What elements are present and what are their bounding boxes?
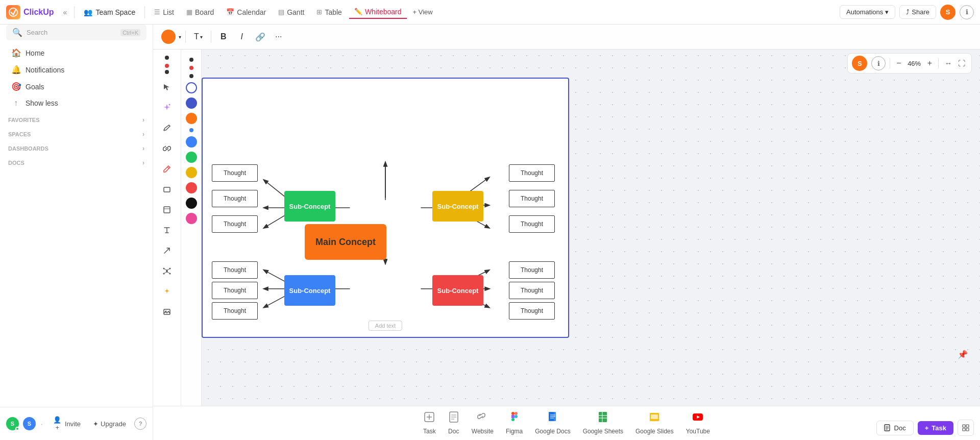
rect-tool-btn[interactable] [158,180,176,199]
sub-concept-tl[interactable]: Sub-Concept [284,191,335,222]
palette-pink[interactable] [186,213,197,224]
italic-btn[interactable]: I [234,29,250,45]
grid-view-btn[interactable] [958,420,974,436]
user-avatar-sm[interactable]: S [6,417,19,430]
pin-btn[interactable]: 📌 [953,346,972,363]
sticky-tool-btn[interactable] [158,201,176,219]
whiteboard-frame[interactable]: Main Concept Sub-Concept Sub-Concept Sub… [202,78,569,338]
palette-black[interactable] [186,198,197,209]
sidebar-section-docs[interactable]: DOCS › [0,156,153,168]
sub-concept-bl[interactable]: Sub-Concept [284,275,335,306]
palette-white[interactable] [186,82,197,93]
color-picker-arrow[interactable]: ▾ [179,34,181,40]
sub-concept-br-label: Sub-Concept [437,287,479,295]
thought-tr1[interactable]: Thought [509,164,555,182]
palette-green[interactable] [186,152,197,163]
pen-tool-btn[interactable] [158,119,176,137]
font-selector-btn[interactable]: T ▾ [190,30,207,43]
bottom-tool-figma[interactable]: Figma [506,411,523,435]
tab-board[interactable]: ▦ Board [181,6,219,18]
bottom-tool-website[interactable]: Website [472,411,494,435]
sparkle-tool-btn[interactable] [158,282,176,301]
thought-tl3[interactable]: Thought [212,215,258,233]
palette-yellow[interactable] [186,167,197,178]
canvas-user-avatar[interactable]: S [852,56,867,71]
app-logo[interactable]: ClickUp [6,5,54,19]
color-picker-btn[interactable] [161,30,176,44]
tab-calendar[interactable]: 📅 Calendar [221,6,271,18]
bottom-tool-gsheets[interactable]: Google Sheets [583,411,623,435]
sidebar-section-favorites[interactable]: FAVORITES › [0,113,153,126]
task-action-btn[interactable]: + Task [918,421,953,435]
palette-blue-selected[interactable] [186,97,197,109]
sidebar-section-dashboards[interactable]: DASHBOARDS › [0,142,153,154]
bottom-tool-doc[interactable]: Doc [448,411,459,435]
user-avatar-sm2[interactable]: S [23,417,36,430]
thought-bl2[interactable]: Thought [212,282,258,299]
thought-tl2[interactable]: Thought [212,190,258,207]
sidebar-item-goals[interactable]: 🎯 Goals [3,78,150,95]
tab-whiteboard[interactable]: ✏️ Whiteboard [349,6,407,19]
palette-light-blue[interactable] [186,136,197,148]
thought-tr3[interactable]: Thought [509,215,555,233]
info-btn[interactable]: ℹ [960,5,974,19]
add-text-btn[interactable]: Add text [369,321,402,331]
zoom-out-btn[interactable]: − [894,58,903,69]
canvas-info-btn[interactable]: ℹ [871,56,886,70]
link-btn[interactable]: 🔗 [252,29,268,45]
tab-list[interactable]: ☰ List [149,6,179,18]
thought-br2[interactable]: Thought [509,282,555,299]
link-tool-btn[interactable] [158,139,176,158]
automations-btn[interactable]: Automations ▾ [840,5,895,19]
sidebar-item-home[interactable]: 🏠 Home [3,44,150,61]
sub-concept-br[interactable]: Sub-Concept [432,275,483,306]
zoom-in-btn[interactable]: + [925,58,934,69]
sidebar-collapse-btn[interactable]: « [60,6,70,18]
palette-dot-2[interactable] [189,66,193,70]
bottom-tool-youtube[interactable]: YouTube [686,411,710,435]
pencil-tool-btn[interactable] [158,160,176,178]
zoom-fullscreen-btn[interactable]: ⛶ [956,58,967,68]
add-view-btn[interactable]: + View [409,6,437,18]
more-options-btn[interactable]: ··· [271,29,287,45]
thought-tl1[interactable]: Thought [212,164,258,182]
team-space-nav[interactable]: 👥 Team Space [79,6,140,18]
upgrade-btn[interactable]: ✦ Upgrade [89,418,130,430]
thought-br3[interactable]: Thought [509,302,555,320]
sidebar-item-show-less[interactable]: ↑ Show less [3,95,150,111]
thought-bl1[interactable]: Thought [212,261,258,279]
doc-action-btn[interactable]: Doc [876,421,914,435]
palette-dot-3[interactable] [189,74,193,78]
image-tool-btn[interactable] [158,303,176,321]
network-tool-btn[interactable] [158,262,176,280]
palette-dot-1[interactable] [189,58,193,62]
tab-gantt[interactable]: ▤ Gantt [273,6,309,18]
palette-dot-4[interactable] [189,128,193,132]
bottom-tool-gdocs[interactable]: Google Docs [535,411,570,435]
select-tool-btn[interactable] [158,78,176,96]
svg-rect-27 [514,412,518,415]
sidebar-section-spaces[interactable]: SPACES › [0,128,153,140]
palette-red[interactable] [186,182,197,193]
share-btn[interactable]: ⤴ Share [899,5,936,19]
ai-tool-btn[interactable] [158,99,176,117]
sidebar-item-notifications[interactable]: 🔔 Notifications [3,61,150,78]
user-avatar[interactable]: S [940,5,955,20]
help-btn[interactable]: ? [134,418,146,430]
arrow-tool-btn[interactable] [158,241,176,260]
invite-btn[interactable]: 👤+ Invite [48,413,85,434]
main-concept-box[interactable]: Main Concept [305,224,386,260]
thought-bl3[interactable]: Thought [212,302,258,320]
search-bar[interactable]: 🔍 Search Ctrl+K [6,25,146,40]
text-tool-btn[interactable] [158,221,176,239]
zoom-fit-btn[interactable]: ↔ [943,58,954,68]
bottom-tool-gslides[interactable]: Google Slides [635,411,674,435]
tab-table[interactable]: ⊞ Table [311,6,347,18]
palette-orange[interactable] [186,113,197,124]
thought-tr2[interactable]: Thought [509,190,555,207]
bottom-tool-task[interactable]: Task [423,411,436,435]
sub-concept-tr[interactable]: Sub-Concept [432,191,483,222]
thought-br1[interactable]: Thought [509,261,555,279]
canvas-content[interactable]: Main Concept Sub-Concept Sub-Concept Sub… [153,50,980,406]
bold-btn[interactable]: B [215,29,232,45]
